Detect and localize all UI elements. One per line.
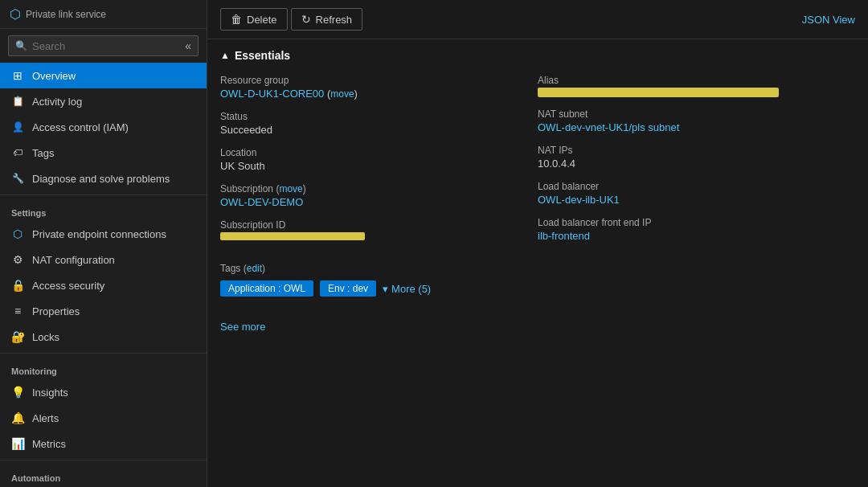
refresh-button[interactable]: ↻ Refresh: [291, 8, 363, 31]
search-box[interactable]: 🔍 «: [8, 35, 199, 56]
metrics-icon: 📊: [11, 437, 24, 450]
subscription-move-link[interactable]: move: [279, 183, 302, 194]
nat-config-icon: ⚙: [11, 253, 24, 266]
field-nat-ips: NAT IPs 10.0.4.4: [538, 145, 855, 170]
tags-row: Application : OWL Env : dev ▾ More (5): [220, 280, 538, 297]
field-subscription-id: Subscription ID: [220, 219, 538, 240]
search-icon: 🔍: [15, 40, 27, 51]
delete-icon: 🗑: [231, 13, 242, 26]
search-input[interactable]: [32, 40, 180, 52]
field-tags: Tags (edit) Application : OWL Env : dev …: [220, 263, 538, 297]
sidebar-item-private-endpoint[interactable]: ⬡ Private endpoint connections: [0, 221, 207, 247]
subscription-id-redacted: [220, 232, 365, 240]
sidebar: ⬡ Private link service 🔍 « ⊞ Overview 📋 …: [0, 0, 207, 487]
field-alias: Alias: [538, 75, 855, 97]
essentials-header: ▲ Essentials: [220, 49, 855, 62]
sidebar-item-access-security[interactable]: 🔒 Access security: [0, 272, 207, 298]
field-subscription: Subscription (move) OWL-DEV-DEMO: [220, 183, 538, 208]
locks-icon: 🔐: [11, 330, 24, 343]
settings-section-label: Settings: [0, 198, 207, 221]
see-more-link[interactable]: See more: [220, 321, 538, 333]
sidebar-item-metrics[interactable]: 📊 Metrics: [0, 431, 207, 456]
sidebar-item-diagnose[interactable]: 🔧 Diagnose and solve problems: [0, 166, 207, 191]
alerts-icon: 🔔: [11, 411, 24, 424]
alias-redacted: [538, 88, 779, 97]
activity-log-icon: 📋: [11, 95, 24, 108]
insights-icon: 💡: [11, 386, 24, 399]
sidebar-item-access-control[interactable]: 👤 Access control (IAM): [0, 114, 207, 140]
tag-env: Env : dev: [320, 280, 376, 297]
monitoring-section-label: Monitoring: [0, 357, 207, 379]
diagnose-icon: 🔧: [11, 172, 24, 185]
service-icon: ⬡: [10, 6, 21, 22]
essentials-left: Resource group OWL-D-UK1-CORE00 (move) S…: [220, 75, 538, 333]
access-control-icon: 👤: [11, 121, 24, 133]
sidebar-item-nat-config[interactable]: ⚙ NAT configuration: [0, 247, 207, 272]
service-title: ⬡ Private link service: [0, 0, 207, 29]
sidebar-item-locks[interactable]: 🔐 Locks: [0, 324, 207, 350]
toolbar: 🗑 Delete ↻ Refresh JSON View: [207, 0, 868, 39]
subscription-link[interactable]: OWL-DEV-DEMO: [220, 196, 538, 208]
collapse-button[interactable]: «: [185, 39, 191, 52]
essentials-grid: Resource group OWL-D-UK1-CORE00 (move) S…: [220, 75, 855, 333]
sidebar-item-overview[interactable]: ⊞ Overview: [0, 63, 207, 88]
sidebar-item-properties[interactable]: ≡ Properties: [0, 298, 207, 324]
nat-subnet-link[interactable]: OWL-dev-vnet-UK1/pls subnet: [538, 121, 855, 133]
sidebar-item-activity-log[interactable]: 📋 Activity log: [0, 88, 207, 114]
collapse-essentials-icon[interactable]: ▲: [220, 50, 230, 61]
sidebar-item-tags[interactable]: 🏷 Tags: [0, 140, 207, 166]
field-status: Status Succeeded: [220, 111, 538, 136]
field-load-balancer: Load balancer OWL-dev-ilb-UK1: [538, 181, 855, 206]
private-endpoint-icon: ⬡: [11, 227, 24, 240]
tags-icon: 🏷: [11, 146, 24, 159]
resource-group-move-link[interactable]: move: [330, 88, 354, 100]
tag-application: Application : OWL: [220, 280, 313, 297]
automation-section-label: Automation: [0, 464, 207, 486]
essentials-right: Alias NAT subnet OWL-dev-vnet-UK1/pls su…: [538, 75, 855, 333]
lb-frontend-link[interactable]: ilb-frontend: [538, 230, 855, 242]
load-balancer-link[interactable]: OWL-dev-ilb-UK1: [538, 194, 855, 206]
field-nat-subnet: NAT subnet OWL-dev-vnet-UK1/pls subnet: [538, 108, 855, 133]
field-resource-group: Resource group OWL-D-UK1-CORE00 (move): [220, 75, 538, 100]
main-content: 🗑 Delete ↻ Refresh JSON View ▲ Essential…: [207, 0, 868, 487]
field-lb-frontend: Load balancer front end IP ilb-frontend: [538, 217, 855, 242]
sidebar-item-insights[interactable]: 💡 Insights: [0, 379, 207, 405]
overview-icon: ⊞: [11, 69, 24, 82]
more-tags-link[interactable]: ▾ More (5): [383, 283, 431, 295]
json-view-link[interactable]: JSON View: [802, 14, 855, 26]
field-location: Location UK South: [220, 147, 538, 172]
refresh-icon: ↻: [301, 13, 311, 26]
access-security-icon: 🔒: [11, 279, 24, 292]
essentials-section: ▲ Essentials Resource group OWL-D-UK1-CO…: [207, 39, 868, 342]
sidebar-item-alerts[interactable]: 🔔 Alerts: [0, 405, 207, 431]
properties-icon: ≡: [11, 305, 24, 317]
tags-edit-link[interactable]: edit: [247, 263, 262, 274]
resource-group-link[interactable]: OWL-D-UK1-CORE00: [220, 88, 324, 100]
delete-button[interactable]: 🗑 Delete: [220, 8, 288, 31]
